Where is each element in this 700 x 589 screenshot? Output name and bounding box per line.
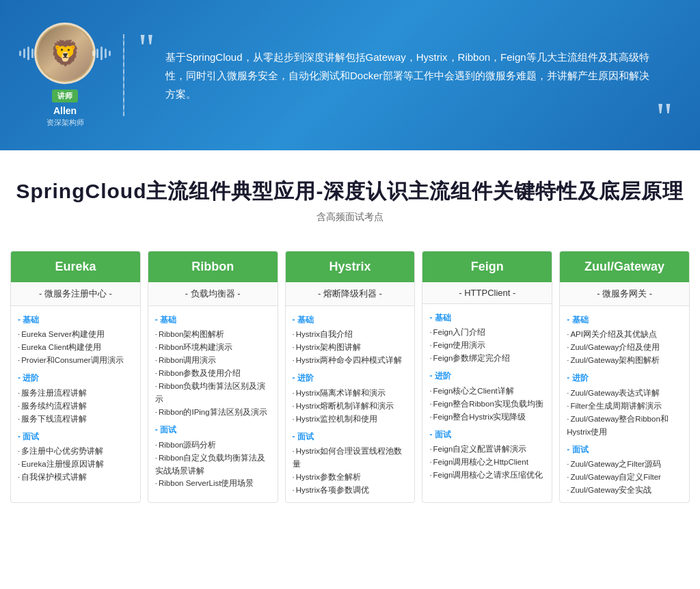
instructor-card: 🦁 讲师 Allen 资深架构师 [27, 23, 103, 128]
list-item: API网关介绍及其优缺点 [567, 328, 682, 341]
component-card-eureka: Eureka- 微服务注册中心 -- 基础Eureka Server构建使用Eu… [10, 251, 141, 503]
section-label: - 面试 [567, 443, 682, 456]
section-label: - 基础 [155, 313, 271, 327]
section-label: - 进阶 [18, 371, 133, 385]
course-title-section: SpringCloud主流组件典型应用-深度认识主流组件关键特性及底层原理 含高… [0, 150, 700, 237]
component-card-hystrix: Hystrix- 熔断降级利器 -- 基础Hystrix自我介绍Hystrix架… [285, 251, 416, 503]
component-card-ribbon: Ribbon- 负载均衡器 -- 基础Ribbon架构图解析Ribbon环境构建… [148, 251, 278, 503]
list-item: Feign调用核心之HttpClient [429, 456, 545, 469]
list-item: Ribbon自定义负载均衡算法及实战场景讲解 [155, 452, 271, 478]
quote-section: " 基于SpringCloud，从零起步到深度讲解包括Gateway，Hystr… [145, 34, 673, 117]
quote-text: 基于SpringCloud，从零起步到深度讲解包括Gateway，Hystrix… [145, 34, 673, 117]
hero-section: 🦁 讲师 Allen 资深架构师 " 基于SpringCloud，从零起步到深度… [0, 0, 700, 150]
card-subtitle: - 微服务注册中心 - [11, 282, 140, 306]
list-item: Ribbon环境构建演示 [155, 341, 271, 354]
list-item: Feign参数绑定完介绍 [429, 352, 545, 365]
list-item: 服务续约流程讲解 [18, 400, 133, 413]
instructor-title: 资深架构师 [46, 118, 84, 128]
list-item: Hystrix各项参数调优 [293, 484, 408, 497]
list-item: 多注册中心优劣势讲解 [18, 445, 133, 458]
list-item: Eureka Server构建使用 [18, 328, 133, 341]
section-label: - 基础 [18, 313, 133, 327]
list-item: Hystrix两种命令四种模式详解 [293, 354, 408, 367]
instructor-name: Allen [53, 105, 77, 116]
list-item: Eureka Client构建使用 [18, 341, 133, 354]
section-label: - 基础 [429, 311, 545, 325]
list-item: Ribbon ServerList使用场景 [155, 477, 271, 490]
list-item: Feign使用演示 [429, 339, 545, 352]
card-body: - 基础Eureka Server构建使用Eureka Client构建使用Pr… [11, 306, 140, 502]
card-body: - 基础Hystrix自我介绍Hystrix架构图讲解Hystrix两种命令四种… [286, 306, 415, 502]
avatar: 🦁 [34, 23, 96, 84]
quote-open-icon: " [138, 27, 155, 68]
list-item: Filter全生成周期讲解演示 [567, 400, 682, 413]
list-item: Provier和Consumer调用演示 [18, 354, 133, 367]
list-item: Zuul/Gateway表达式详解 [567, 387, 682, 400]
card-subtitle: - 熔断降级利器 - [286, 282, 415, 306]
quote-close-icon: " [656, 96, 673, 137]
list-item: Eureka注册慢原因讲解 [18, 458, 133, 471]
list-item: Ribbon架构图解析 [155, 328, 271, 341]
section-label: - 基础 [293, 313, 408, 327]
section-label: - 面试 [155, 423, 271, 437]
card-header-eureka: Eureka [11, 251, 140, 282]
section-label: - 面试 [18, 430, 133, 443]
components-grid: Eureka- 微服务注册中心 -- 基础Eureka Server构建使用Eu… [0, 237, 700, 523]
list-item: 服务注册流程讲解 [18, 387, 133, 400]
list-item: Feign核心之Client详解 [429, 385, 545, 398]
list-item: Zuul/Gateway之Filter源码 [567, 458, 682, 471]
list-item: Hystrix自我介绍 [293, 328, 408, 341]
card-header-feign: Feign [422, 251, 552, 282]
card-body: - 基础Ribbon架构图解析Ribbon环境构建演示Ribbon调用演示Rib… [148, 306, 278, 502]
divider [123, 34, 124, 116]
card-subtitle: - 负载均衡器 - [148, 282, 278, 306]
list-item: Feign入门介绍 [429, 326, 545, 339]
list-item: Ribbon参数及使用介绍 [155, 367, 271, 380]
card-body: - 基础Feign入门介绍Feign使用演示Feign参数绑定完介绍- 进阶Fe… [422, 304, 552, 502]
list-item: Ribbon调用演示 [155, 354, 271, 367]
list-item: Feign自定义配置讲解演示 [429, 443, 545, 456]
section-label: - 面试 [293, 430, 408, 443]
list-item: Hystrix架构图讲解 [293, 341, 408, 354]
section-label: - 面试 [429, 428, 545, 441]
list-item: 服务下线流程讲解 [18, 413, 133, 426]
avatar-image: 🦁 [38, 26, 92, 81]
section-label: - 进阶 [567, 371, 682, 385]
component-card-zuul/gateway: Zuul/Gateway- 微服务网关 -- 基础API网关介绍及其优缺点Zuu… [559, 251, 690, 503]
course-main-title: SpringCloud主流组件典型应用-深度认识主流组件关键特性及底层原理 [14, 178, 686, 206]
instructor-badge: 讲师 [52, 90, 78, 102]
card-subtitle: - 微服务网关 - [560, 282, 689, 306]
list-item: Zuul/Gateway架构图解析 [567, 354, 682, 367]
course-sub-title: 含高频面试考点 [14, 211, 686, 223]
sound-wave-right-icon [92, 46, 111, 60]
list-item: Hystrix监控机制和使用 [293, 413, 408, 426]
list-item: 自我保护模式讲解 [18, 471, 133, 484]
card-body: - 基础API网关介绍及其优缺点Zuul/Gateway介绍及使用Zuul/Ga… [560, 306, 689, 502]
list-item: Ribbon的IPing算法区别及演示 [155, 406, 271, 419]
card-header-zuul/gateway: Zuul/Gateway [560, 251, 689, 282]
section-label: - 基础 [567, 313, 682, 327]
card-header-hystrix: Hystrix [286, 251, 415, 282]
list-item: Hystrix参数全解析 [293, 471, 408, 484]
list-item: Feign整合Ribbon实现负载均衡 [429, 398, 545, 411]
list-item: Ribbon源码分析 [155, 439, 271, 452]
list-item: Zuul/Gateway安全实战 [567, 484, 682, 497]
list-item: Hystrix隔离术详解和演示 [293, 387, 408, 400]
list-item: Feign整合Hystrix实现降级 [429, 411, 545, 424]
list-item: Zuul/Gateway自定义Filter [567, 471, 682, 484]
section-label: - 进阶 [293, 371, 408, 385]
list-item: Feign调用核心之请求压缩优化 [429, 469, 545, 482]
list-item: Ribbon负载均衡算法区别及演示 [155, 380, 271, 406]
list-item: Hystrix如何合理设置线程池数量 [293, 445, 408, 471]
list-item: Hystrix熔断机制详解和演示 [293, 400, 408, 413]
list-item: Zuul/Gateway整合Ribbon和Hystrix使用 [567, 413, 682, 439]
section-label: - 进阶 [429, 369, 545, 383]
card-header-ribbon: Ribbon [148, 251, 278, 282]
card-subtitle: - HTTPClient - [422, 282, 552, 304]
list-item: Zuul/Gateway介绍及使用 [567, 341, 682, 354]
component-card-feign: Feign- HTTPClient -- 基础Feign入门介绍Feign使用演… [422, 251, 552, 503]
